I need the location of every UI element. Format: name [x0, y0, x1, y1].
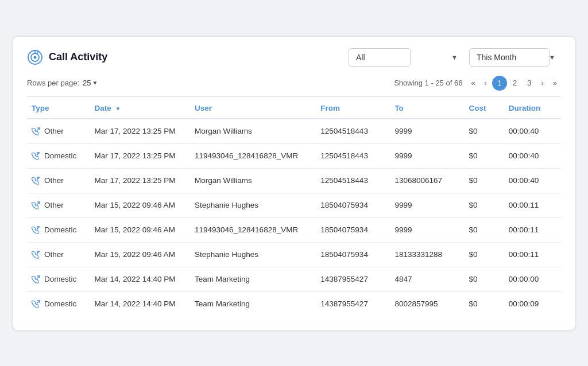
cell-duration: 00:00:11	[504, 242, 561, 267]
cell-cost: $0	[464, 119, 504, 144]
cell-user: 119493046_128416828_VMR	[190, 217, 316, 242]
col-date[interactable]: Date ▼	[90, 97, 190, 119]
pagination-next-button[interactable]: ›	[537, 77, 547, 89]
col-duration: Duration	[504, 97, 561, 119]
cell-date: Mar 17, 2022 13:25 PM	[90, 168, 190, 193]
col-cost: Cost	[464, 97, 504, 119]
cell-cost: $0	[464, 168, 504, 193]
call-inbound-icon	[32, 176, 41, 185]
cell-to: 8002857995	[390, 291, 464, 316]
cell-type: Other	[27, 168, 90, 193]
rows-per-page-arrow-icon: ▼	[92, 80, 98, 86]
rows-per-page-label: Rows per page:	[27, 79, 79, 87]
header-controls: All Inbound Outbound Missed ▼ This Month…	[349, 48, 561, 67]
cell-from: 18504075934	[316, 242, 390, 267]
pagination-page-1-button[interactable]: 1	[492, 76, 507, 91]
call-activity-table: Type Date ▼ User From To Cost Duration O…	[27, 97, 561, 316]
cell-cost: $0	[464, 193, 504, 217]
cell-date: Mar 14, 2022 14:40 PM	[90, 267, 190, 291]
cell-user: Stephanie Hughes	[190, 193, 316, 217]
svg-line-6	[37, 128, 40, 131]
svg-line-13	[37, 301, 40, 303]
pagination-last-button[interactable]: »	[549, 77, 561, 89]
call-activity-card: Call Activity All Inbound Outbound Misse…	[13, 36, 575, 330]
pagination-page-2-button[interactable]: 2	[508, 77, 521, 89]
pagination-controls: « ‹ 1 2 3 › »	[467, 76, 561, 91]
all-filter-select[interactable]: All Inbound Outbound Missed	[349, 48, 411, 67]
header-left: Call Activity	[27, 49, 107, 65]
cell-user: Stephanie Hughes	[190, 242, 316, 267]
cell-duration: 00:00:11	[504, 193, 561, 217]
table-header: Type Date ▼ User From To Cost Duration	[27, 97, 561, 119]
rows-per-page-value: 25	[83, 79, 91, 87]
col-from: From	[316, 97, 390, 119]
month-filter-wrapper: This Month Last Month Last 3 Months Cust…	[469, 48, 561, 67]
call-inbound-icon	[32, 225, 41, 235]
cell-to: 9999	[390, 217, 464, 242]
date-sort-icon: ▼	[115, 106, 121, 112]
cell-type: Domestic	[27, 291, 90, 316]
col-to: To	[390, 97, 464, 119]
cell-to: 13068006167	[390, 168, 464, 193]
table-row: Domestic Mar 15, 2022 09:46 AM 119493046…	[27, 217, 561, 242]
table-row: Domestic Mar 14, 2022 14:40 PM Team Mark…	[27, 291, 561, 316]
cell-duration: 00:00:40	[504, 119, 561, 144]
cell-to: 9999	[390, 143, 464, 168]
cell-from: 14387955427	[316, 267, 390, 291]
table-row: Other Mar 15, 2022 09:46 AM Stephanie Hu…	[27, 242, 561, 267]
call-outbound-icon	[32, 201, 41, 210]
call-outbound-icon	[32, 299, 41, 309]
cell-cost: $0	[464, 291, 504, 316]
cell-from: 18504075934	[316, 193, 390, 217]
call-inbound-icon	[32, 151, 41, 161]
cell-from: 12504518443	[316, 143, 390, 168]
cell-cost: $0	[464, 267, 504, 291]
pagination-info: Showing 1 - 25 of 66	[394, 79, 462, 87]
cell-to: 4847	[390, 267, 464, 291]
all-filter-wrapper: All Inbound Outbound Missed ▼	[349, 48, 463, 67]
table-body: Other Mar 17, 2022 13:25 PM Morgan Willi…	[27, 119, 561, 316]
cell-to: 18133331288	[390, 242, 464, 267]
cell-cost: $0	[464, 143, 504, 168]
cell-user: Morgan Williams	[190, 168, 316, 193]
rows-per-page-control: Rows per page: 25 ▼	[27, 79, 98, 87]
cell-date: Mar 15, 2022 09:46 AM	[90, 193, 190, 217]
call-inbound-icon	[32, 250, 41, 259]
pagination-right: Showing 1 - 25 of 66 « ‹ 1 2 3 › »	[394, 76, 561, 91]
cell-user: Morgan Williams	[190, 119, 316, 144]
cell-type: Domestic	[27, 217, 90, 242]
all-filter-arrow-icon: ▼	[451, 54, 458, 61]
cell-cost: $0	[464, 242, 504, 267]
table-row: Other Mar 17, 2022 13:25 PM Morgan Willi…	[27, 119, 561, 144]
cell-type: Domestic	[27, 143, 90, 168]
pagination-first-button[interactable]: «	[467, 77, 479, 89]
pagination-page-3-button[interactable]: 3	[523, 77, 536, 89]
cell-duration: 00:00:09	[504, 291, 561, 316]
svg-line-9	[37, 202, 40, 205]
svg-point-2	[34, 56, 37, 59]
cell-from: 12504518443	[316, 119, 390, 144]
cell-type: Other	[27, 119, 90, 144]
pagination-prev-button[interactable]: ‹	[481, 77, 491, 89]
cell-duration: 00:00:00	[504, 267, 561, 291]
toolbar: Rows per page: 25 ▼ Showing 1 - 25 of 66…	[27, 76, 561, 91]
page-title: Call Activity	[49, 51, 107, 63]
cell-date: Mar 17, 2022 13:25 PM	[90, 119, 190, 144]
cell-date: Mar 14, 2022 14:40 PM	[90, 291, 190, 316]
cell-date: Mar 15, 2022 09:46 AM	[90, 242, 190, 267]
cell-user: Team Marketing	[190, 267, 316, 291]
cell-duration: 00:00:40	[504, 168, 561, 193]
cell-duration: 00:00:40	[504, 143, 561, 168]
target-icon	[27, 49, 43, 65]
cell-from: 18504075934	[316, 217, 390, 242]
cell-user: 119493046_128416828_VMR	[190, 143, 316, 168]
cell-to: 9999	[390, 119, 464, 144]
cell-type: Domestic	[27, 267, 90, 291]
cell-to: 9999	[390, 193, 464, 217]
call-outbound-icon	[32, 127, 41, 136]
rows-per-page-dropdown[interactable]: 25 ▼	[83, 79, 98, 87]
cell-date: Mar 17, 2022 13:25 PM	[90, 143, 190, 168]
table-wrap: Type Date ▼ User From To Cost Duration O…	[27, 96, 561, 316]
month-filter-select[interactable]: This Month Last Month Last 3 Months Cust…	[469, 48, 550, 67]
call-outbound-icon	[32, 275, 41, 284]
